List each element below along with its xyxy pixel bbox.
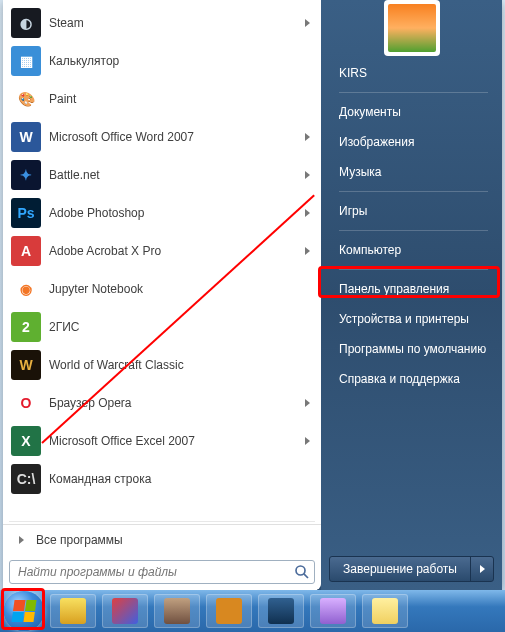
app-label: Microsoft Office Word 2007 xyxy=(49,130,305,144)
app-item[interactable]: 🎨Paint xyxy=(7,80,317,118)
separator xyxy=(9,521,315,522)
app-label: 2ГИС xyxy=(49,320,313,334)
right-panel-link[interactable]: Музыка xyxy=(333,157,494,187)
app-item[interactable]: 22ГИС xyxy=(7,308,317,346)
separator xyxy=(339,191,488,192)
app-label: Командная строка xyxy=(49,472,313,486)
right-panel-items: KIRS ДокументыИзображенияМузыкаИгрыКомпь… xyxy=(321,42,502,548)
app-label: Калькулятор xyxy=(49,54,313,68)
taskbar-app-icon xyxy=(268,598,294,624)
separator xyxy=(339,269,488,270)
taskbar-app-button[interactable] xyxy=(206,594,252,628)
app-icon: 2 xyxy=(11,312,41,342)
submenu-arrow-icon xyxy=(305,133,310,141)
app-icon: A xyxy=(11,236,41,266)
right-panel-link[interactable]: Игры xyxy=(333,196,494,226)
taskbar-app-icon xyxy=(164,598,190,624)
app-icon: 🎨 xyxy=(11,84,41,114)
arrow-right-icon xyxy=(19,536,24,544)
app-label: Paint xyxy=(49,92,313,106)
windows-logo-icon xyxy=(11,600,36,622)
username-link[interactable]: KIRS xyxy=(333,58,494,88)
app-label: Battle.net xyxy=(49,168,305,182)
app-label: Браузер Opera xyxy=(49,396,305,410)
app-label: Steam xyxy=(49,16,305,30)
submenu-arrow-icon xyxy=(305,19,310,27)
taskbar-buttons xyxy=(50,594,408,628)
start-menu: ◐Steam▦Калькулятор🎨PaintWMicrosoft Offic… xyxy=(3,0,502,590)
app-icon: ✦ xyxy=(11,160,41,190)
taskbar-app-button[interactable] xyxy=(310,594,356,628)
right-panel-link[interactable]: Документы xyxy=(333,97,494,127)
right-panel-link[interactable]: Программы по умолчанию xyxy=(333,334,494,364)
app-icon: C:\ xyxy=(11,464,41,494)
app-item[interactable]: C:\Командная строка xyxy=(7,460,317,498)
app-label: Microsoft Office Excel 2007 xyxy=(49,434,305,448)
app-item[interactable]: ◉Jupyter Notebook xyxy=(7,270,317,308)
app-item[interactable]: Ps Adobe Photoshop xyxy=(7,194,317,232)
app-item[interactable]: ◐Steam xyxy=(7,4,317,42)
right-panel-link[interactable]: Изображения xyxy=(333,127,494,157)
app-label: Jupyter Notebook xyxy=(49,282,313,296)
taskbar xyxy=(0,590,505,632)
app-icon: ◉ xyxy=(11,274,41,304)
right-panel-link[interactable]: Устройства и принтеры xyxy=(333,304,494,334)
submenu-arrow-icon xyxy=(305,171,310,179)
taskbar-app-button[interactable] xyxy=(362,594,408,628)
all-programs-label: Все программы xyxy=(36,533,123,547)
shutdown-row: Завершение работы xyxy=(321,548,502,590)
separator xyxy=(339,92,488,93)
taskbar-app-icon xyxy=(372,598,398,624)
user-picture xyxy=(388,4,436,52)
all-programs-button[interactable]: Все программы xyxy=(3,524,321,554)
app-icon: W xyxy=(11,122,41,152)
arrow-right-icon xyxy=(480,565,485,573)
submenu-arrow-icon xyxy=(305,247,310,255)
app-item[interactable]: XMicrosoft Office Excel 2007 xyxy=(7,422,317,460)
app-label: Adobe Acrobat X Pro xyxy=(49,244,305,258)
app-item[interactable]: AAdobe Acrobat X Pro xyxy=(7,232,317,270)
submenu-arrow-icon xyxy=(305,437,310,445)
search-icon[interactable] xyxy=(293,563,311,581)
separator xyxy=(339,230,488,231)
right-panel-link[interactable]: Компьютер xyxy=(333,235,494,265)
right-panel-link[interactable]: Справка и поддержка xyxy=(333,364,494,394)
user-picture-frame[interactable] xyxy=(384,0,440,56)
taskbar-app-icon xyxy=(112,598,138,624)
app-item[interactable]: ▦Калькулятор xyxy=(7,42,317,80)
app-icon: ▦ xyxy=(11,46,41,76)
app-icon: X xyxy=(11,426,41,456)
taskbar-app-icon xyxy=(320,598,346,624)
start-menu-left-panel: ◐Steam▦Калькулятор🎨PaintWMicrosoft Offic… xyxy=(3,0,321,590)
submenu-arrow-icon xyxy=(305,399,310,407)
app-item[interactable]: OБраузер Opera xyxy=(7,384,317,422)
submenu-arrow-icon xyxy=(305,209,310,217)
app-item[interactable]: ✦Battle.net xyxy=(7,156,317,194)
taskbar-app-button[interactable] xyxy=(154,594,200,628)
app-item[interactable]: WWorld of Warcraft Classic xyxy=(7,346,317,384)
taskbar-app-button[interactable] xyxy=(50,594,96,628)
app-icon: ◐ xyxy=(11,8,41,38)
taskbar-app-icon xyxy=(216,598,242,624)
app-icon: O xyxy=(11,388,41,418)
taskbar-app-icon xyxy=(60,598,86,624)
taskbar-app-button[interactable] xyxy=(102,594,148,628)
app-item[interactable]: WMicrosoft Office Word 2007 xyxy=(7,118,317,156)
app-icon: W xyxy=(11,350,41,380)
app-label: Adobe Photoshop xyxy=(49,206,305,220)
shutdown-label[interactable]: Завершение работы xyxy=(330,557,471,581)
search-box xyxy=(9,560,315,584)
taskbar-app-button[interactable] xyxy=(258,594,304,628)
app-icon: Ps xyxy=(11,198,41,228)
app-label: World of Warcraft Classic xyxy=(49,358,313,372)
search-row xyxy=(3,554,321,590)
search-input[interactable] xyxy=(9,560,315,584)
shutdown-menu-arrow[interactable] xyxy=(471,557,493,581)
start-menu-right-panel: KIRS ДокументыИзображенияМузыкаИгрыКомпь… xyxy=(321,0,502,590)
pinned-apps-list: ◐Steam▦Калькулятор🎨PaintWMicrosoft Offic… xyxy=(3,0,321,519)
svg-point-0 xyxy=(296,566,305,575)
right-panel-link[interactable]: Панель управления xyxy=(333,274,494,304)
start-button[interactable] xyxy=(4,591,44,631)
svg-line-1 xyxy=(304,574,308,578)
shutdown-button[interactable]: Завершение работы xyxy=(329,556,494,582)
